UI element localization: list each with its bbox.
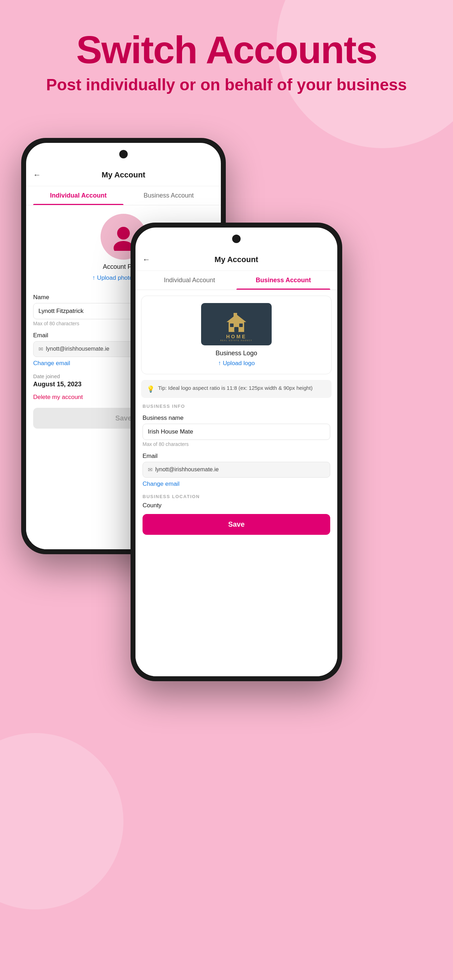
svg-point-0 — [117, 227, 130, 240]
business-name-input[interactable] — [143, 424, 330, 440]
business-form: Business name Max of 80 characters Email… — [135, 415, 337, 488]
back-arrow-front[interactable]: ← — [143, 255, 150, 264]
business-email-display: ✉ lynott@irishhousemate.ie — [143, 462, 330, 478]
business-info-header: BUSINESS INFO — [135, 404, 337, 409]
phone-front-screen: ← My Account Individual Account Business… — [135, 228, 337, 676]
nav-title-front: My Account — [215, 255, 258, 264]
screen-content-front: ← My Account Individual Account Business… — [135, 249, 337, 676]
phone-business: ← My Account Individual Account Business… — [130, 223, 342, 681]
svg-rect-3 — [234, 313, 237, 318]
business-email-value: lynott@irishhousemate.ie — [155, 466, 219, 473]
email-value: lynott@irishhousemate.ie — [46, 346, 110, 352]
tip-box: 💡 Tip: Ideal logo aspect ratio is 11:8 (… — [141, 380, 332, 398]
phones-container: ← My Account Individual Account Business… — [0, 110, 453, 851]
tab-business-back[interactable]: Business Account — [124, 186, 214, 205]
save-button-front[interactable]: Save — [143, 514, 330, 535]
sub-title: Post individually or on behalf of your b… — [21, 75, 432, 95]
svg-text:REAL ESTATE AGENCY: REAL ESTATE AGENCY — [220, 339, 252, 342]
svg-rect-7 — [239, 323, 243, 327]
logo-section: HOME REAL ESTATE AGENCY Business Logo ↑ … — [141, 296, 332, 374]
nav-bar-back: ← My Account — [26, 164, 221, 186]
business-name-label: Business name — [143, 415, 330, 422]
business-logo-label: Business Logo — [216, 350, 257, 357]
header-section: Switch Accounts Post individually or on … — [0, 0, 453, 110]
tabs-back: Individual Account Business Account — [26, 186, 221, 205]
tip-icon: 💡 — [147, 385, 154, 393]
svg-rect-5 — [234, 327, 238, 332]
upload-photo-link[interactable]: ↑ Upload photo — [92, 274, 133, 282]
tab-individual-back[interactable]: Individual Account — [33, 186, 124, 205]
upload-logo-link[interactable]: ↑ Upload logo — [218, 360, 255, 367]
business-email-label: Email — [143, 453, 330, 460]
business-email-icon: ✉ — [148, 466, 153, 473]
svg-rect-6 — [230, 323, 234, 327]
camera-notch-front — [232, 235, 241, 243]
business-location-header: BUSINESS LOCATION — [135, 494, 337, 499]
business-change-email-link[interactable]: Change email — [143, 480, 330, 488]
tab-individual-front[interactable]: Individual Account — [143, 271, 236, 290]
business-name-hint: Max of 80 characters — [143, 441, 330, 447]
camera-notch-back — [119, 150, 128, 158]
nav-title-back: My Account — [102, 170, 145, 180]
tab-business-front[interactable]: Business Account — [236, 271, 330, 290]
tabs-front: Individual Account Business Account — [135, 271, 337, 290]
main-title: Switch Accounts — [21, 28, 432, 71]
business-logo-svg: HOME REAL ESTATE AGENCY — [208, 307, 265, 342]
business-logo-box: HOME REAL ESTATE AGENCY — [201, 303, 272, 345]
email-icon: ✉ — [38, 346, 43, 352]
nav-bar-front: ← My Account — [135, 249, 337, 271]
county-label: County — [135, 502, 337, 509]
svg-text:HOME: HOME — [226, 334, 246, 339]
tip-text: Tip: Ideal logo aspect ratio is 11:8 (ex… — [158, 385, 313, 391]
back-arrow-back[interactable]: ← — [33, 170, 41, 180]
